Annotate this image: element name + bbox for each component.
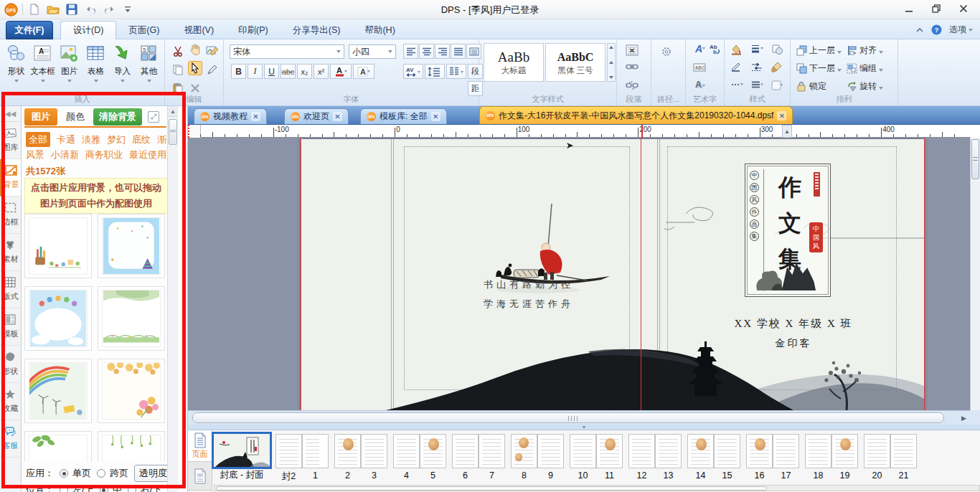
subscript-button[interactable]: x₂ [297,64,312,79]
align-left-button[interactable] [403,44,418,59]
page-thumbnail[interactable] [687,434,740,468]
doc-tab-welcome[interactable]: DPS 欢迎页 ✕ [284,108,349,124]
superscript-button[interactable]: x² [314,64,329,79]
scroll-right-icon[interactable]: ▶ [959,413,969,422]
page-thumbnail-9[interactable] [537,434,564,468]
background-thumbnail-green-leaves[interactable] [24,431,92,462]
page-thumbnail[interactable] [452,434,505,468]
page-thumbnail-8[interactable] [511,434,537,468]
lock-button[interactable]: 锁定 [796,80,826,93]
ribbon-tab-help[interactable]: 帮助(H) [352,21,407,39]
position-left-top-radio[interactable] [60,486,68,492]
page-thumbnail-4[interactable] [393,434,420,468]
page-thumbnail-封2[interactable] [275,434,302,468]
line-style-button[interactable] [750,80,763,93]
fill-color-button[interactable] [730,44,743,57]
category-商务职业[interactable]: 商务职业 [85,147,123,162]
page-thumbnail-12[interactable] [628,434,655,468]
brand-text[interactable]: 金印客 [717,337,870,350]
panel-tab-color[interactable]: 颜色 [62,108,89,126]
page-thumbnail-13[interactable] [655,434,682,468]
back-cover-text-line-2[interactable]: 学海无涯苦作舟 [453,298,604,311]
panel-scrollbar[interactable]: ▲ [167,106,178,492]
page-thumbnail-2[interactable] [334,434,361,468]
redo-button[interactable] [102,2,116,16]
format-painter-button[interactable] [771,62,783,75]
page-thumbnail[interactable] [214,434,270,467]
new-document-button[interactable] [27,2,42,16]
text-style-scroll[interactable] [607,43,616,82]
background-thumbnail-hanging-vines[interactable] [98,431,165,462]
wordart-shadow-button[interactable]: AA [693,80,706,93]
line-spacing-button[interactable] [425,64,445,79]
undo-button[interactable] [83,2,98,16]
category-底纹[interactable]: 底纹 [132,132,151,147]
align-center-button[interactable] [419,44,434,59]
page-thumbnail[interactable] [570,434,623,468]
apply-spread-radio[interactable] [97,469,105,478]
restore-button[interactable] [923,0,950,17]
insert-shapes-button[interactable]: 形状 [3,42,29,82]
back-cover-text-line-1[interactable]: 书山有路勤为径 [453,278,604,291]
close-tab-icon[interactable]: ✕ [431,112,440,121]
sidebar-item-service[interactable]: 客服 [0,420,21,458]
vertical-scrollbar[interactable] [970,138,980,410]
doc-tab-current-document[interactable]: DPS 作文集-大16开软皮平装-中国风水墨写意个人作文集20190320-10… [479,106,793,124]
position-right-bottom-radio[interactable] [128,486,136,492]
category-小清新[interactable]: 小清新 [51,147,79,162]
scroll-up-icon[interactable]: ▲ [168,106,178,117]
path-effects-button[interactable] [660,45,673,58]
filmstrip-tab-secondary[interactable] [188,462,212,491]
category-卡通[interactable]: 卡通 [57,132,75,147]
help-icon[interactable]: ? [931,24,942,35]
background-thumbnail-rainbow-turbines[interactable] [24,359,92,423]
page-thumbnail-11[interactable] [596,434,623,468]
line-color-button[interactable] [730,62,743,75]
sidebar-item-favorites[interactable]: 收藏 [0,383,21,420]
page-thumbnail[interactable] [628,434,682,468]
open-file-button[interactable] [46,2,60,16]
school-class-text[interactable]: XX 学校 X 年级 X 班 [717,317,870,331]
text-wrap-button[interactable] [626,44,639,57]
page-thumbnail-3[interactable] [361,434,387,468]
group-button[interactable]: 编组 [847,62,883,75]
unlink-textboxes-button[interactable] [626,80,639,93]
ribbon-tab-print[interactable]: 印刷(P) [226,21,281,39]
page-thumbnail-17[interactable] [773,434,799,468]
underline-button[interactable]: U [264,64,279,79]
text-style-preset-1[interactable]: AaBb 大标题 [484,43,544,82]
strikethrough-button[interactable]: abc [281,64,296,79]
page-thumbnail-6[interactable] [452,434,479,468]
link-textboxes-button[interactable] [626,62,639,75]
dash-style-button[interactable] [730,80,743,93]
close-tab-icon[interactable]: ✕ [251,112,260,121]
doc-tab-template-library[interactable]: DPS 模板库: 全部 ✕ [360,108,447,124]
expand-panel-icon[interactable]: ⤢ [148,111,159,123]
close-button[interactable] [950,0,977,17]
line-endings-button[interactable] [750,62,763,75]
copy-button[interactable] [171,62,185,77]
text-style-preset-2[interactable]: AaBbC 黑体 三号 [545,43,606,82]
ribbon-tab-page[interactable]: 页面(G) [116,21,171,39]
font-size-select[interactable]: 小四 [349,44,396,59]
file-menu-button[interactable]: 文件(F) [6,21,53,39]
duplicate-style-button[interactable] [771,44,783,57]
insert-other-button[interactable]: 5其他 [136,42,162,82]
font-color-button[interactable]: A [330,64,352,79]
insert-textbox-button[interactable]: A文本框 [29,42,56,82]
background-thumbnail-blue-frame[interactable] [98,214,165,278]
draw-path-button[interactable] [205,62,220,77]
splitter-bar[interactable]: ▼ [188,425,980,430]
page-thumbnail[interactable] [864,434,917,468]
crop-tool-button[interactable] [205,44,220,58]
sidebar-item-gallery[interactable]: 图库 [0,122,21,159]
background-thumbnail-autumn-flowers[interactable] [98,359,165,423]
rotate-button[interactable]: 旋转 [847,80,883,93]
page-thumbnail-14[interactable] [687,434,714,468]
quick-access-customize-button[interactable] [121,2,135,16]
background-thumbnail-green-field[interactable] [98,286,165,351]
highlight-color-button[interactable]: A [353,64,374,79]
design-canvas[interactable]: 书山有路勤为径 学海无涯苦作舟 中国风作品集 作文集 中国风 XX 学校 X 年… [188,138,970,410]
collapse-ribbon-icon[interactable] [915,27,924,34]
char-spacing-button[interactable]: AV [403,64,423,79]
